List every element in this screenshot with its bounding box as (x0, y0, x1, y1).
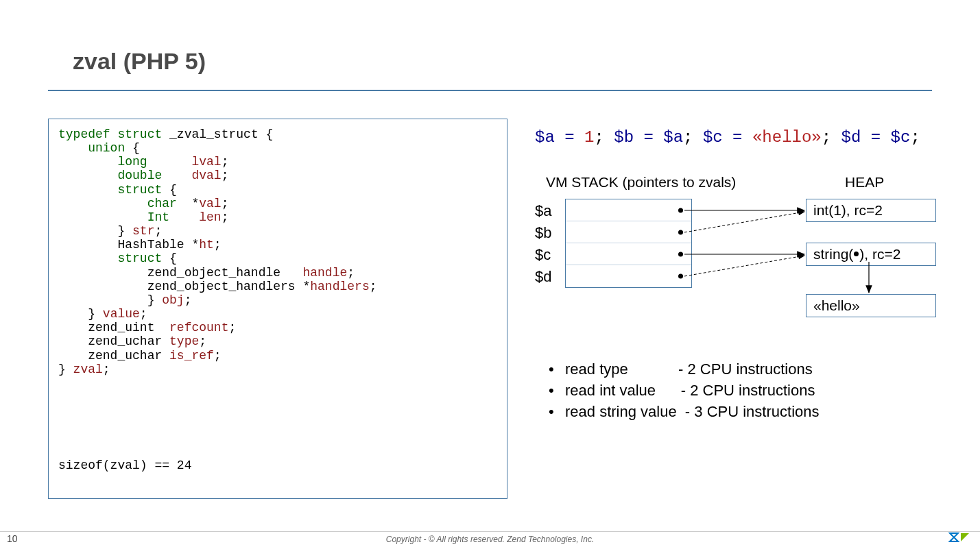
kw-struct: struct (117, 183, 162, 197)
svg-line-1 (684, 212, 804, 232)
code-text: ; (222, 155, 229, 169)
title-divider (48, 90, 932, 91)
code-text: ; (222, 169, 229, 182)
ident-refcount: refcount (169, 321, 228, 334)
code-text: ; (140, 307, 147, 321)
pointer-dot (678, 208, 683, 212)
copyright-text: Copyright - © All rights reserved. Zend … (0, 535, 980, 544)
slide-footer: 10 Copyright - © All rights reserved. Ze… (0, 531, 980, 547)
php-semi: ; (822, 128, 841, 147)
ident-type: type (169, 334, 199, 348)
slide-title: zval (PHP 5) (73, 48, 932, 75)
heap-header: HEAP (845, 174, 884, 191)
stack-header: VM STACK (pointers to zvals) (546, 174, 736, 191)
kw-struct: struct (117, 252, 162, 265)
code-text: ; (222, 210, 229, 224)
ident-handlers: handlers (310, 280, 369, 293)
var-label-c: $c (535, 244, 551, 266)
ident-obj: obj (162, 293, 184, 307)
code-text: HashTable * (117, 238, 199, 252)
code-text: } (58, 363, 73, 376)
code-text: zend_uchar (88, 349, 169, 363)
code-text: zend_uint (88, 321, 169, 334)
stack-row-b (566, 221, 691, 243)
string-pointer-dot (854, 252, 859, 256)
ident-str: str (132, 224, 154, 238)
ident-zval: zval (73, 363, 103, 376)
php-var-c: $c (703, 128, 723, 147)
kw-union: union (88, 141, 125, 155)
code-text: { (125, 141, 140, 155)
ident-val: val (199, 197, 221, 210)
ident-handle: handle (302, 266, 347, 280)
pointer-dot (678, 252, 683, 256)
heap-str-pre: string( (813, 246, 853, 262)
heap-string-box: string(), rc=2 (806, 243, 936, 266)
code-text: zend_object_handle (147, 266, 280, 280)
ident-len: len (199, 210, 221, 224)
php-num-1: 1 (584, 128, 594, 147)
memory-diagram: VM STACK (pointers to zvals) HEAP $a $b … (535, 174, 932, 332)
right-column: $a = 1; $b = $a; $c = «hello»; $d = $c; … (535, 119, 932, 499)
code-text: ; (199, 334, 206, 348)
sizeof-text: sizeof(zval) == 24 (58, 458, 191, 472)
code-text: { (162, 252, 177, 265)
ident-ht: ht (199, 238, 214, 252)
ident-dval: dval (191, 169, 221, 182)
svg-line-3 (684, 256, 804, 276)
var-labels: $a $b $c $d (535, 200, 551, 288)
php-semi: ; (594, 128, 614, 147)
code-text: ; (154, 224, 162, 238)
slide: zval (PHP 5) typedef struct _zval_struct… (0, 0, 980, 551)
php-eq: = (723, 128, 752, 147)
code-text: ; (347, 266, 355, 280)
var-label-b: $b (535, 222, 551, 244)
stack-box (565, 199, 692, 288)
code-text: ; (228, 321, 236, 334)
cpu-instructions-list: read type - 2 CPU instructions read int … (549, 359, 932, 422)
code-text: ; (214, 238, 222, 252)
heap-hello-box: «hello» (806, 294, 936, 317)
php-assignment-line: $a = 1; $b = $a; $c = «hello»; $d = $c; (535, 128, 932, 147)
code-text: } (147, 293, 163, 307)
php-var-a2: $a (663, 128, 683, 147)
kw-typedef: typedef (58, 127, 110, 141)
code-text: ; (222, 197, 229, 210)
code-text: } (117, 224, 132, 238)
code-text: ; (103, 363, 110, 376)
ident-lval: lval (191, 155, 221, 169)
stack-row-c (566, 243, 691, 265)
php-semi: ; (683, 128, 703, 147)
code-text: zend_uchar (88, 334, 169, 348)
code-text: ; (214, 349, 222, 363)
php-str-hello: «hello» (752, 128, 822, 147)
kw-long: long (117, 155, 147, 169)
heap-int-box: int(1), rc=2 (806, 199, 936, 222)
php-var-c2: $c (891, 128, 911, 147)
ident-isref: is_ref (169, 349, 214, 363)
kw-double: double (117, 169, 162, 182)
php-eq: = (634, 128, 663, 147)
heap-str-post: ), rc=2 (859, 246, 900, 262)
page-number: 10 (7, 533, 18, 544)
kw-int: Int (147, 210, 169, 224)
code-text: ; (184, 293, 192, 307)
php-eq: = (861, 128, 890, 147)
kw-char: char (147, 197, 177, 210)
bullet-read-string: read string value - 3 CPU instructions (549, 402, 932, 423)
code-text: zend_object_handlers * (147, 280, 311, 293)
stack-row-a (566, 199, 691, 221)
code-text: * (177, 197, 199, 210)
pointer-dot (678, 274, 683, 279)
var-label-a: $a (535, 200, 551, 222)
bullet-read-int: read int value - 2 CPU instructions (549, 380, 932, 402)
code-text: { (162, 183, 177, 197)
php-var-b: $b (614, 128, 634, 147)
kw-struct: struct (117, 127, 162, 141)
var-label-d: $d (535, 266, 551, 288)
php-var-d: $d (841, 128, 861, 147)
ident-value: value (103, 307, 140, 321)
php-var-a: $a (535, 128, 555, 147)
code-block: typedef struct _zval_struct { union { lo… (48, 119, 507, 499)
php-eq: = (555, 128, 584, 147)
